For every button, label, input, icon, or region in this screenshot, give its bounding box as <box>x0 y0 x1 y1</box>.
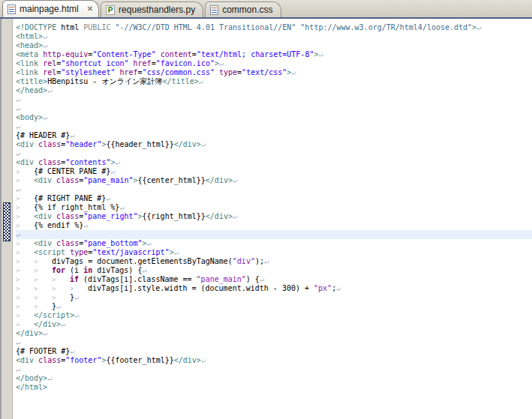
code-line[interactable]: <html>↵ <box>16 32 532 41</box>
change-annotation-marker <box>3 202 11 241</box>
tab-indent-mark: > <box>34 284 52 293</box>
code-line[interactable]: </div>↵ <box>16 329 532 338</box>
code-segment: ) { <box>246 275 260 283</box>
code-line[interactable]: >>>}↵ <box>16 293 532 302</box>
code-segment: <div <box>16 356 38 364</box>
code-line[interactable]: ↵ <box>16 95 532 104</box>
line-end-mark: ↵ <box>264 257 269 265</box>
code-segment: rel <box>43 68 56 76</box>
code-line[interactable]: ↵ <box>16 365 532 374</box>
code-line[interactable]: </html> <box>16 383 532 392</box>
code-segment: "Content-Type" <box>92 50 155 58</box>
code-line[interactable]: </body>↵ <box>16 374 532 383</box>
code-line[interactable]: <body>↵ <box>16 113 532 122</box>
code-segment: "-//W3C//DTD HTML 4.01 Transitional//EN"… <box>115 23 472 31</box>
code-line[interactable]: <link rel="shortcut icon" href="favicon.… <box>16 59 532 68</box>
code-segment: </script> <box>34 311 74 319</box>
code-line[interactable]: ↵ <box>16 338 532 347</box>
code-segment: "footer" <box>65 356 101 364</box>
code-line[interactable]: <div class="header">{{header_html}}</div… <box>16 140 532 149</box>
tab-indent-mark: > <box>34 266 52 275</box>
code-line[interactable]: ><div class="pane_right">{{right_html}}<… <box>16 212 532 221</box>
code-line[interactable]: <link rel="stylesheet" href="css/common.… <box>16 68 532 77</box>
line-end-mark: ↵ <box>106 194 110 202</box>
code-text-area[interactable]: <!DOCTYPE html PUBLIC "-//W3C//DTD HTML … <box>13 19 532 419</box>
code-line[interactable]: ></div>↵ <box>16 320 532 329</box>
line-end-mark: ↵ <box>336 284 341 292</box>
code-line[interactable]: </head>↵ <box>16 86 532 95</box>
code-line[interactable]: {# FOOTER #}↵ <box>16 347 532 356</box>
code-line[interactable]: >{# CENTER PANE #}↵ <box>16 167 532 176</box>
code-line[interactable]: >{% if right_html %}↵ <box>16 203 532 212</box>
code-segment: rel <box>43 59 56 67</box>
code-line[interactable]: <meta http-equiv="Content-Type" content=… <box>16 50 532 59</box>
code-segment: class <box>56 239 79 247</box>
code-line[interactable]: >{% endif %}↵ <box>16 221 532 230</box>
line-end-mark: ↵ <box>147 239 152 247</box>
code-segment: in <box>83 266 92 274</box>
code-line[interactable]: ↵ <box>16 149 532 158</box>
line-end-mark: ↵ <box>16 338 20 346</box>
code-line[interactable]: ↵ <box>16 185 532 194</box>
current-line[interactable]: ↵ <box>16 230 532 239</box>
css-file-icon <box>210 5 218 15</box>
line-end-mark: ↵ <box>16 122 20 130</box>
code-line[interactable]: ↵ <box>16 122 532 131</box>
code-line[interactable]: <div class="contents">↵ <box>16 158 532 167</box>
tab-requesthandlers-py[interactable]: Prequesthandlers.py <box>101 1 203 17</box>
html-file-icon <box>8 4 16 14</box>
code-line[interactable]: >>}↵ <box>16 302 532 311</box>
tab-indent-mark: > <box>16 167 34 176</box>
tab-indent-mark: > <box>70 284 88 293</box>
tab-indent-mark: > <box>34 293 52 302</box>
code-segment: divTags = document.getElementsByTagName( <box>52 257 233 265</box>
editor-tab-bar: mainpage.html✕Prequesthandlers.pycommon.… <box>0 0 532 19</box>
code-segment: "contents" <box>65 158 110 166</box>
line-end-mark: ↵ <box>291 68 296 76</box>
close-tab-icon[interactable]: ✕ <box>87 5 93 13</box>
tab-indent-mark: > <box>16 248 34 257</box>
annotation-ruler[interactable] <box>2 19 13 419</box>
line-end-mark: ↵ <box>16 365 20 373</box>
code-segment: </div> <box>16 329 43 337</box>
code-segment: </body> <box>16 374 47 382</box>
code-segment: class <box>38 158 61 166</box>
tab-indent-mark: > <box>16 194 34 203</box>
code-segment: class <box>38 140 61 148</box>
code-line[interactable]: <title>HBenpitsu - オンライン家計簿</title>↵ <box>16 77 532 86</box>
code-line[interactable]: >>>if (divTags[i].className == "pane_mai… <box>16 275 532 284</box>
tab-indent-mark: > <box>52 275 70 284</box>
tab-mainpage-html[interactable]: mainpage.html✕ <box>2 0 99 17</box>
code-segment: {# CENTER PANE #} <box>34 167 110 175</box>
line-end-mark: ↵ <box>201 140 206 148</box>
tab-indent-mark: > <box>16 293 34 302</box>
code-line[interactable]: ↵ <box>16 104 532 113</box>
code-line[interactable]: >>divTags = document.getElementsByTagNam… <box>16 257 532 266</box>
line-end-mark: ↵ <box>43 113 47 121</box>
code-line[interactable]: <!DOCTYPE html PUBLIC "-//W3C//DTD HTML … <box>16 23 532 32</box>
code-segment: class <box>38 356 61 364</box>
tab-label: common.css <box>222 4 272 15</box>
tab-indent-mark: > <box>16 239 34 248</box>
code-line[interactable]: <div class="footer">{{footer_html}}</div… <box>16 356 532 365</box>
line-end-mark: ↵ <box>476 23 481 31</box>
line-end-mark: ↵ <box>83 221 88 229</box>
tab-indent-mark: > <box>16 284 34 293</box>
code-line[interactable]: ><div class="pane_bottom">↵ <box>16 239 532 248</box>
code-line[interactable]: <head>↵ <box>16 41 532 50</box>
tab-common-css[interactable]: common.css <box>205 1 281 17</box>
tab-indent-mark: > <box>16 212 34 221</box>
line-end-mark: ↵ <box>16 95 20 103</box>
code-segment: divTags[i].style.width = (document.width… <box>88 284 314 292</box>
code-line[interactable]: ><script type="text/javascript">↵ <box>16 248 532 257</box>
code-line[interactable]: ></script>↵ <box>16 311 532 320</box>
code-line[interactable]: ><div class="pane_main">{{center_html}}<… <box>16 176 532 185</box>
code-segment: class <box>56 212 79 220</box>
code-line[interactable]: >{# RIGHT PANE #}↵ <box>16 194 532 203</box>
line-end-mark: ↵ <box>199 77 203 85</box>
line-end-mark: ↵ <box>56 302 61 310</box>
code-line[interactable]: >>>>divTags[i].style.width = (document.w… <box>16 284 532 293</box>
code-line[interactable]: >>for (i in divTags) {↵ <box>16 266 532 275</box>
code-line[interactable]: {# HEADER #}↵ <box>16 131 532 140</box>
code-segment: {% endif %} <box>34 221 83 229</box>
